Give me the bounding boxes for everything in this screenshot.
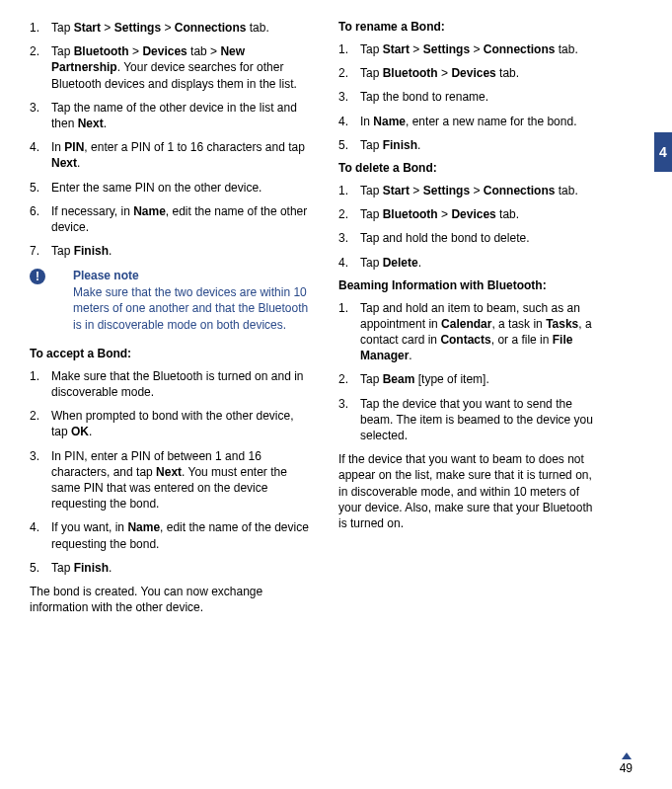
list-text: In PIN, enter a PIN of between 1 and 16 …	[51, 449, 287, 512]
list-text: Tap the name of the other device in the …	[51, 101, 297, 130]
list-item: 3.Tap the bond to rename.	[338, 89, 595, 105]
list-number: 3.	[338, 89, 348, 105]
list-text: Tap Finish.	[51, 244, 112, 258]
create-bond-steps: 1.Tap Start > Settings > Connections tab…	[30, 20, 311, 259]
list-text: Tap Start > Settings > Connections tab.	[360, 184, 578, 197]
list-text: When prompted to bond with the other dev…	[51, 409, 293, 438]
list-number: 5.	[30, 180, 39, 196]
list-item: 4.If you want, in Name, edit the name of…	[30, 519, 311, 551]
list-text: Tap and hold an item to beam, such as an…	[360, 301, 592, 363]
list-item: 1.Tap Start > Settings > Connections tab…	[30, 20, 311, 36]
list-number: 7.	[30, 243, 39, 259]
list-text: Tap Start > Settings > Connections tab.	[51, 21, 269, 35]
list-item: 4.In Name, enter a new name for the bond…	[338, 114, 595, 129]
list-item: 6.If necessary, in Name, edit the name o…	[30, 203, 311, 235]
list-item: 1.Make sure that the Bluetooth is turned…	[30, 368, 311, 400]
list-number: 2.	[338, 371, 348, 387]
list-number: 1.	[338, 41, 348, 57]
alert-icon: !	[30, 269, 45, 284]
list-text: Tap Beam [type of item].	[360, 372, 489, 386]
list-item: 7.Tap Finish.	[30, 243, 311, 259]
list-number: 5.	[338, 137, 348, 153]
list-number: 1.	[30, 20, 39, 36]
list-item: 4.Tap Delete.	[338, 255, 595, 271]
delete-bond-heading: To delete a Bond:	[338, 161, 595, 175]
page-number: 49	[620, 761, 633, 775]
list-item: 3.Tap the device that you want to send t…	[338, 396, 595, 444]
note-body: Make sure that the two devices are withi…	[73, 284, 311, 333]
list-text: Tap Start > Settings > Connections tab.	[360, 42, 578, 56]
rename-bond-heading: To rename a Bond:	[338, 20, 595, 34]
beam-heading: Beaming Information with Bluetooth:	[338, 278, 595, 292]
list-item: 2.Tap Bluetooth > Devices tab.	[338, 206, 595, 222]
list-item: 1.Tap Start > Settings > Connections tab…	[338, 183, 595, 198]
list-number: 5.	[30, 560, 39, 576]
delete-bond-steps: 1.Tap Start > Settings > Connections tab…	[338, 183, 595, 271]
list-text: In Name, enter a new name for the bond.	[360, 115, 576, 128]
list-item: 5.Tap Finish.	[338, 137, 595, 153]
list-item: 4.In PIN, enter a PIN of 1 to 16 charact…	[30, 139, 311, 171]
list-text: Tap the device that you want to send the…	[360, 397, 593, 442]
list-item: 2.Tap Bluetooth > Devices tab > New Part…	[30, 43, 311, 92]
list-text: Tap Finish.	[51, 561, 112, 575]
list-number: 1.	[30, 368, 39, 384]
accept-bond-heading: To accept a Bond:	[30, 347, 311, 360]
list-number: 2.	[338, 65, 348, 81]
list-item: 3.Tap and hold the bond to delete.	[338, 230, 595, 246]
list-text: If you want, in Name, edit the name of t…	[51, 520, 309, 550]
list-text: In PIN, enter a PIN of 1 to 16 character…	[51, 140, 305, 170]
note-title: Please note	[73, 269, 311, 282]
page-arrow-icon	[622, 752, 632, 759]
list-item: 1.Tap and hold an item to beam, such as …	[338, 300, 595, 364]
list-number: 3.	[338, 230, 348, 246]
list-item: 3.Tap the name of the other device in th…	[30, 100, 311, 131]
list-number: 4.	[338, 114, 348, 129]
list-item: 2.Tap Bluetooth > Devices tab.	[338, 65, 595, 81]
chapter-tab: 4	[654, 132, 672, 172]
list-text: Tap Bluetooth > Devices tab.	[360, 207, 519, 221]
beam-steps: 1.Tap and hold an item to beam, such as …	[338, 300, 595, 444]
list-number: 2.	[338, 206, 348, 222]
list-item: 2.Tap Beam [type of item].	[338, 371, 595, 387]
list-text: Make sure that the Bluetooth is turned o…	[51, 369, 304, 399]
list-text: If necessary, in Name, edit the name of …	[51, 204, 307, 234]
note-box: ! Please note Make sure that the two dev…	[51, 269, 311, 333]
list-item: 5.Enter the same PIN on the other device…	[30, 180, 311, 196]
list-number: 3.	[338, 396, 348, 412]
list-number: 6.	[30, 203, 39, 219]
list-text: Tap and hold the bond to delete.	[360, 231, 529, 245]
list-item: 5.Tap Finish.	[30, 560, 311, 576]
list-text: Enter the same PIN on the other device.	[51, 181, 261, 195]
list-number: 2.	[30, 408, 39, 424]
list-number: 4.	[30, 519, 39, 535]
list-number: 1.	[338, 183, 348, 198]
list-text: Tap Bluetooth > Devices tab.	[360, 66, 519, 80]
list-item: 3.In PIN, enter a PIN of between 1 and 1…	[30, 448, 311, 513]
list-text: Tap Delete.	[360, 256, 421, 270]
list-text: Tap Bluetooth > Devices tab > New Partne…	[51, 44, 297, 90]
beam-note-para: If the device that you want to beam to d…	[338, 451, 595, 531]
list-number: 4.	[30, 139, 39, 155]
list-item: 2.When prompted to bond with the other d…	[30, 408, 311, 439]
list-item: 1.Tap Start > Settings > Connections tab…	[338, 41, 595, 57]
list-number: 1.	[338, 300, 348, 316]
rename-bond-steps: 1.Tap Start > Settings > Connections tab…	[338, 41, 595, 153]
list-number: 2.	[30, 43, 39, 59]
list-text: Tap the bond to rename.	[360, 90, 488, 104]
accept-bond-steps: 1.Make sure that the Bluetooth is turned…	[30, 368, 311, 576]
list-number: 3.	[30, 448, 39, 464]
list-text: Tap Finish.	[360, 138, 420, 152]
list-number: 3.	[30, 100, 39, 116]
bond-created-para: The bond is created. You can now exchang…	[30, 584, 311, 615]
list-number: 4.	[338, 255, 348, 271]
